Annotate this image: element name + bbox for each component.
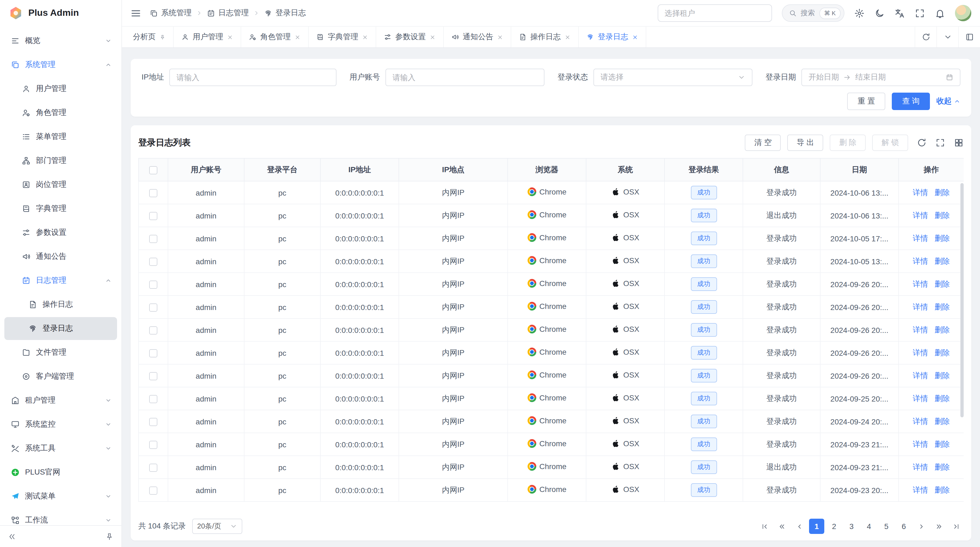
settings-gear-icon[interactable] xyxy=(854,8,865,18)
fast-backward-button[interactable] xyxy=(774,519,789,534)
sidebar-item-dept-management[interactable]: 部门管理 xyxy=(4,149,117,172)
page-3-button[interactable]: 3 xyxy=(844,519,859,534)
sidebar-item-plus-website[interactable]: PLUS官网 xyxy=(4,461,117,484)
sidebar-item-login-log[interactable]: 登录日志 xyxy=(4,317,117,340)
tab-dict-management[interactable]: 字典管理 xyxy=(309,27,376,48)
select-all-checkbox[interactable] xyxy=(149,166,158,174)
tab-role-management[interactable]: 角色管理 xyxy=(241,27,309,48)
sidebar-item-test-menu[interactable]: 测试菜单 xyxy=(4,485,117,508)
fullscreen-icon[interactable] xyxy=(915,8,925,18)
breadcrumb-system-management[interactable]: 系统管理 xyxy=(150,8,192,18)
page-5-button[interactable]: 5 xyxy=(879,519,894,534)
delete-link[interactable]: 删除 xyxy=(935,439,950,449)
delete-link[interactable]: 删除 xyxy=(935,416,950,426)
query-button[interactable]: 查 询 xyxy=(892,92,930,110)
prev-page-button[interactable] xyxy=(792,519,807,534)
sidebar-item-log-management[interactable]: 日志管理 xyxy=(4,269,117,292)
sidebar-item-system-management[interactable]: 系统管理 xyxy=(4,53,117,76)
next-page-button[interactable] xyxy=(913,519,929,534)
sidebar-item-client-management[interactable]: 客户端管理 xyxy=(4,365,117,388)
app-logo[interactable]: Plus Admin xyxy=(0,0,121,26)
sidebar-item-menu-management[interactable]: 菜单管理 xyxy=(4,125,117,148)
delete-link[interactable]: 删除 xyxy=(935,325,950,335)
delete-link[interactable]: 删除 xyxy=(935,233,950,243)
table-fullscreen-icon[interactable] xyxy=(935,138,945,148)
sidebar-item-tenant-management[interactable]: 租户管理 xyxy=(4,389,117,412)
tab-user-management[interactable]: 用户管理 xyxy=(174,27,241,48)
sidebar-item-system-monitor[interactable]: 系统监控 xyxy=(4,413,117,436)
delete-link[interactable]: 删除 xyxy=(935,394,950,403)
row-checkbox[interactable] xyxy=(149,258,158,266)
user-avatar[interactable] xyxy=(955,5,971,21)
detail-link[interactable]: 详情 xyxy=(913,279,928,289)
row-checkbox[interactable] xyxy=(149,486,158,495)
tenant-select[interactable] xyxy=(657,4,772,22)
page-2-button[interactable]: 2 xyxy=(826,519,842,534)
detail-link[interactable]: 详情 xyxy=(913,325,928,335)
close-tab-icon[interactable] xyxy=(362,34,368,40)
first-page-button[interactable] xyxy=(757,519,772,534)
delete-link[interactable]: 删除 xyxy=(935,485,950,495)
detail-link[interactable]: 详情 xyxy=(913,371,928,381)
sidebar-item-user-management[interactable]: 用户管理 xyxy=(4,77,117,100)
dark-mode-moon-icon[interactable] xyxy=(874,8,885,18)
tab-login-log[interactable]: 登录日志 xyxy=(579,27,646,48)
pin-icon[interactable] xyxy=(159,34,165,40)
delete-link[interactable]: 删除 xyxy=(935,371,950,381)
fast-forward-button[interactable] xyxy=(931,519,946,534)
row-checkbox[interactable] xyxy=(149,281,158,289)
translate-icon[interactable] xyxy=(894,8,905,18)
global-search[interactable]: 搜索 ⌘ K xyxy=(781,4,845,22)
tab-param-settings[interactable]: 参数设置 xyxy=(376,27,444,48)
login-date-range[interactable]: 开始日期 结束日期 xyxy=(802,69,960,86)
table-scrollbar-thumb[interactable] xyxy=(960,183,964,417)
tab-analysis[interactable]: 分析页 xyxy=(125,27,174,48)
sidebar-item-param-settings[interactable]: 参数设置 xyxy=(4,221,117,244)
close-tab-icon[interactable] xyxy=(430,34,436,40)
sidebar-item-post-management[interactable]: 岗位管理 xyxy=(4,173,117,196)
detail-link[interactable]: 详情 xyxy=(913,348,928,358)
detail-link[interactable]: 详情 xyxy=(913,462,928,472)
page-size-select[interactable]: 20条/页 xyxy=(192,519,242,534)
delete-link[interactable]: 删除 xyxy=(935,462,950,472)
sidebar-item-workflow[interactable]: 工作流 xyxy=(4,509,117,525)
tab-operation-log[interactable]: 操作日志 xyxy=(511,27,579,48)
detail-link[interactable]: 详情 xyxy=(913,439,928,449)
user-account-input[interactable] xyxy=(385,69,544,86)
row-checkbox[interactable] xyxy=(149,464,158,472)
row-checkbox[interactable] xyxy=(149,189,158,197)
sidebar-item-file-management[interactable]: 文件管理 xyxy=(4,341,117,364)
refresh-page-icon[interactable] xyxy=(915,27,937,48)
detail-link[interactable]: 详情 xyxy=(913,485,928,495)
delete-link[interactable]: 删除 xyxy=(935,188,950,198)
detail-link[interactable]: 详情 xyxy=(913,233,928,243)
row-checkbox[interactable] xyxy=(149,235,158,243)
clear-button[interactable]: 清 空 xyxy=(745,135,781,151)
delete-link[interactable]: 删除 xyxy=(935,348,950,358)
row-checkbox[interactable] xyxy=(149,395,158,403)
breadcrumb-login-log[interactable]: 登录日志 xyxy=(264,8,306,18)
sidebar-item-overview[interactable]: 概览 xyxy=(4,29,117,52)
breadcrumb-log-management[interactable]: 日志管理 xyxy=(207,8,249,18)
delete-button[interactable]: 删 除 xyxy=(830,135,865,151)
hamburger-menu-icon[interactable] xyxy=(130,8,141,18)
last-page-button[interactable] xyxy=(948,519,964,534)
close-tab-icon[interactable] xyxy=(632,34,638,40)
detail-link[interactable]: 详情 xyxy=(913,188,928,198)
notification-bell-icon[interactable] xyxy=(935,8,945,18)
sidebar-item-dict-management[interactable]: 字典管理 xyxy=(4,197,117,220)
delete-link[interactable]: 删除 xyxy=(935,256,950,266)
row-checkbox[interactable] xyxy=(149,212,158,220)
sidebar-item-notice[interactable]: 通知公告 xyxy=(4,245,117,268)
row-checkbox[interactable] xyxy=(149,349,158,357)
table-refresh-icon[interactable] xyxy=(917,138,927,148)
delete-link[interactable]: 删除 xyxy=(935,211,950,220)
detail-link[interactable]: 详情 xyxy=(913,256,928,266)
delete-link[interactable]: 删除 xyxy=(935,302,950,312)
detail-link[interactable]: 详情 xyxy=(913,394,928,403)
row-checkbox[interactable] xyxy=(149,303,158,312)
sidebar-item-operation-log[interactable]: 操作日志 xyxy=(4,293,117,316)
page-6-button[interactable]: 6 xyxy=(896,519,912,534)
row-checkbox[interactable] xyxy=(149,418,158,426)
tab-notice[interactable]: 通知公告 xyxy=(444,27,511,48)
